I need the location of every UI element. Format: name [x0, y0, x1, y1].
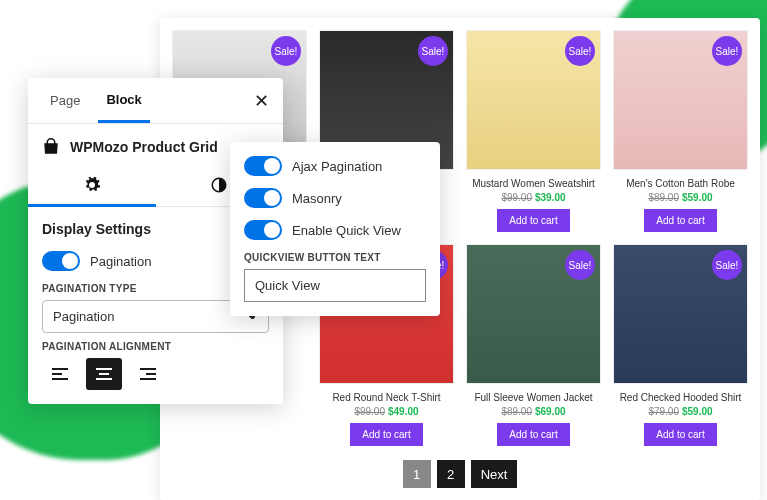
product-title: Full Sleeve Women Jacket	[474, 392, 592, 403]
price-new: $69.00	[535, 406, 566, 417]
sale-badge: Sale!	[565, 36, 595, 66]
page-1-button[interactable]: 1	[403, 460, 431, 488]
sale-badge: Sale!	[565, 250, 595, 280]
price-new: $59.00	[682, 192, 713, 203]
add-to-cart-button[interactable]: Add to cart	[497, 423, 569, 446]
sale-badge: Sale!	[418, 36, 448, 66]
widget-title: WPMozo Product Grid	[70, 139, 218, 155]
product-card: Sale! Mustard Women Sweatshirt $99.00$39…	[466, 30, 601, 232]
pagination-alignment-label: PAGINATION ALIGNMENT	[42, 341, 269, 352]
pagination-toggle[interactable]	[42, 251, 80, 271]
sale-badge: Sale!	[712, 250, 742, 280]
add-to-cart-button[interactable]: Add to cart	[497, 209, 569, 232]
price-old: $79.00	[648, 406, 679, 417]
ajax-pagination-label: Ajax Pagination	[292, 159, 382, 174]
sale-badge: Sale!	[271, 36, 301, 66]
price-new: $39.00	[535, 192, 566, 203]
align-right-button[interactable]	[130, 358, 166, 390]
add-to-cart-button[interactable]: Add to cart	[644, 209, 716, 232]
price-old: $99.00	[354, 406, 385, 417]
align-center-icon	[95, 367, 113, 381]
align-left-icon	[51, 367, 69, 381]
masonry-toggle[interactable]	[244, 188, 282, 208]
price-old: $89.00	[501, 406, 532, 417]
contrast-icon	[210, 176, 228, 194]
pagination-toggle-label: Pagination	[90, 254, 151, 269]
ajax-pagination-toggle[interactable]	[244, 156, 282, 176]
product-title: Men's Cotton Bath Robe	[626, 178, 735, 189]
add-to-cart-button[interactable]: Add to cart	[644, 423, 716, 446]
product-title: Red Checked Hooded Shirt	[620, 392, 742, 403]
product-card: Sale! Men's Cotton Bath Robe $89.00$59.0…	[613, 30, 748, 232]
page-2-button[interactable]: 2	[437, 460, 465, 488]
price-old: $89.00	[648, 192, 679, 203]
price-old: $99.00	[501, 192, 532, 203]
bag-icon	[42, 138, 60, 156]
align-center-button[interactable]	[86, 358, 122, 390]
price-new: $49.00	[388, 406, 419, 417]
product-card: Sale! Full Sleeve Women Jacket $89.00$69…	[466, 244, 601, 446]
masonry-label: Masonry	[292, 191, 342, 206]
page-next-button[interactable]: Next	[471, 460, 518, 488]
gear-icon	[83, 176, 101, 194]
tab-page[interactable]: Page	[42, 80, 88, 121]
price-new: $59.00	[682, 406, 713, 417]
quickview-text-label: QUICKVIEW BUTTON TEXT	[244, 252, 426, 263]
product-title: Mustard Women Sweatshirt	[472, 178, 595, 189]
align-right-icon	[139, 367, 157, 381]
quickview-text-input[interactable]	[244, 269, 426, 302]
tab-block[interactable]: Block	[98, 79, 149, 123]
product-title: Red Round Neck T-Shirt	[332, 392, 440, 403]
sale-badge: Sale!	[712, 36, 742, 66]
add-to-cart-button[interactable]: Add to cart	[350, 423, 422, 446]
product-card: Sale! Red Checked Hooded Shirt $79.00$59…	[613, 244, 748, 446]
options-popover: Ajax Pagination Masonry Enable Quick Vie…	[230, 142, 440, 316]
quick-view-label: Enable Quick View	[292, 223, 401, 238]
quick-view-toggle[interactable]	[244, 220, 282, 240]
align-left-button[interactable]	[42, 358, 78, 390]
close-icon[interactable]: ✕	[254, 90, 269, 112]
pagination: 1 2 Next	[172, 460, 748, 488]
settings-tab[interactable]	[28, 166, 156, 207]
